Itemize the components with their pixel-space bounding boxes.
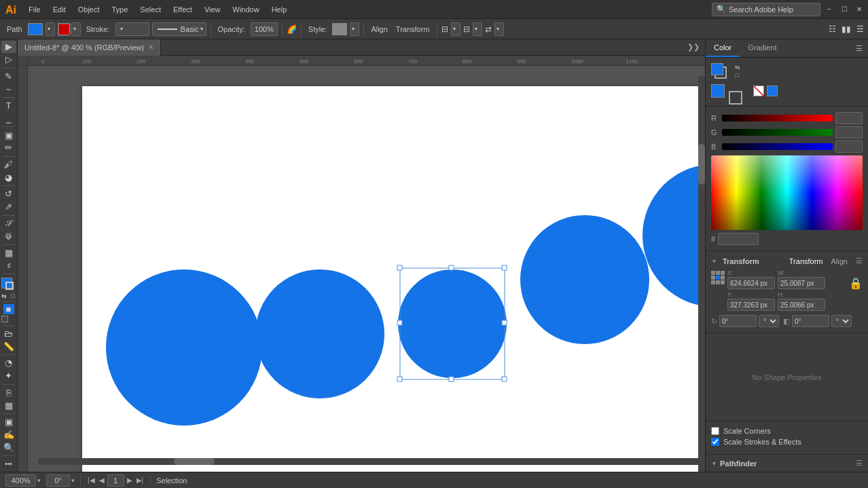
default-fill-stroke-btn[interactable]: □	[735, 72, 740, 79]
g-input[interactable]	[835, 126, 863, 138]
recolor-icon[interactable]: 🌈	[287, 24, 297, 34]
document-tab[interactable]: Untitled-8* @ 400 % (RGB/Preview) ✕	[18, 39, 161, 56]
pathfinder-menu-icon[interactable]: ☰	[856, 459, 863, 468]
x-input[interactable]	[727, 277, 775, 289]
color-mode-btn[interactable]: ■	[3, 304, 14, 314]
panel-icons[interactable]: ☷	[829, 24, 836, 34]
active-fill-swatch[interactable]	[711, 84, 725, 98]
stroke-style-dropdown[interactable]: Basic ▾	[152, 22, 206, 36]
rotation-unit-dd[interactable]: °	[759, 315, 779, 327]
swap-fill-stroke-btn[interactable]: ⇆	[735, 64, 740, 71]
stroke-x-icon[interactable]	[58, 23, 70, 35]
circle-1[interactable]	[106, 269, 262, 426]
canvas-work[interactable]	[28, 66, 705, 472]
blob-brush-tool[interactable]: ◕	[1, 171, 16, 183]
angle-dropdown-arrow[interactable]: ▾	[71, 477, 75, 484]
zoom-input[interactable]	[5, 474, 36, 487]
close-button[interactable]: ✕	[854, 5, 864, 14]
panel-collapse-btn[interactable]: ❯❯	[682, 43, 705, 52]
eyedropper-tool[interactable]: 🗁	[1, 328, 16, 340]
page-input[interactable]	[107, 474, 124, 487]
free-transform-tool[interactable]: ▦	[1, 247, 16, 259]
circle-4[interactable]	[520, 215, 649, 344]
sel-handle-tr[interactable]	[502, 265, 507, 270]
canvas-scroll[interactable]: // Rendered via inline SVG static ticks …	[18, 56, 705, 472]
stroke-weight-dropdown[interactable]: ▾	[115, 22, 149, 36]
b-slider[interactable]	[722, 143, 833, 150]
canvas-paper[interactable]	[82, 86, 705, 472]
hex-input[interactable]	[718, 233, 759, 245]
align-h-dropdown[interactable]: ▾	[451, 22, 460, 36]
active-stroke-swatch[interactable]	[729, 91, 742, 105]
minimize-button[interactable]: −	[825, 5, 834, 14]
sel-handle-br[interactable]	[502, 377, 507, 381]
align-h-icon[interactable]: ⊟	[441, 24, 448, 34]
rotation-input[interactable]	[719, 315, 757, 327]
pathfinder-collapse-icon[interactable]: ▼	[711, 460, 717, 467]
pen-tool[interactable]: ✎	[1, 70, 16, 82]
b-input[interactable]	[835, 140, 863, 153]
slice-tool[interactable]: ▣	[1, 416, 16, 428]
prev-page-btn[interactable]: ◀	[98, 476, 106, 484]
r-slider[interactable]	[722, 115, 833, 121]
none-box[interactable]	[9, 316, 16, 322]
scale-corners-checkbox[interactable]	[711, 427, 719, 435]
search-box[interactable]: 🔍	[712, 3, 820, 16]
angle-input[interactable]	[46, 474, 70, 487]
w-input[interactable]	[778, 277, 825, 289]
style-dropdown[interactable]: ▾	[350, 22, 359, 36]
shape-builder-tool[interactable]: ♯	[1, 260, 16, 272]
shear-input[interactable]	[792, 315, 829, 327]
search-input[interactable]	[729, 5, 817, 14]
opacity-input[interactable]	[251, 22, 278, 36]
fill-color-swatch[interactable]	[28, 23, 43, 35]
r-input[interactable]	[835, 112, 863, 124]
scale-strokes-checkbox[interactable]	[711, 438, 719, 446]
gradient-box[interactable]	[1, 316, 8, 322]
distribute-dropdown[interactable]: ▾	[494, 22, 504, 36]
swap-fill-stroke[interactable]: ⇆	[1, 292, 8, 299]
stroke-dropdown[interactable]: ▾	[71, 22, 81, 36]
sel-handle-ml[interactable]	[397, 320, 402, 325]
scale-tool[interactable]: ⇗	[1, 201, 16, 213]
measure-tool[interactable]: 📏	[1, 340, 16, 352]
transform-origin-grid[interactable]	[711, 271, 725, 284]
sel-handle-tm[interactable]	[449, 265, 454, 270]
transform-collapse-icon[interactable]: ▼	[711, 258, 717, 265]
transform-tab[interactable]: Transform	[786, 257, 826, 265]
constrain-proportions-btn[interactable]: 🔒	[849, 269, 863, 297]
menu-effect[interactable]: Effect	[168, 4, 198, 15]
color-spectrum[interactable]	[711, 155, 863, 230]
fill-dropdown[interactable]: ▾	[46, 22, 55, 36]
panel-cols-icon[interactable]: ▮▮	[842, 24, 851, 34]
next-page-btn[interactable]: ▶	[126, 476, 134, 484]
sel-handle-bm[interactable]	[449, 377, 454, 381]
h-input[interactable]	[778, 299, 825, 311]
tab-color[interactable]: Color	[706, 39, 740, 57]
y-input[interactable]	[727, 299, 775, 311]
transform-btn[interactable]: Transform	[393, 24, 433, 35]
hand-tool[interactable]: ✍	[1, 429, 16, 441]
rotate-tool[interactable]: ↺	[1, 188, 16, 200]
warp-tool[interactable]: 𝒮	[1, 217, 16, 229]
artwork-svg[interactable]	[82, 86, 705, 472]
menu-object[interactable]: Object	[73, 4, 105, 15]
horizontal-scrollbar[interactable]	[38, 458, 705, 465]
menu-file[interactable]: File	[23, 4, 46, 15]
tab-gradient[interactable]: Gradient	[740, 39, 784, 57]
align-v-icon[interactable]: ⊟	[463, 24, 470, 34]
panel-menu-icon[interactable]: ☰	[856, 24, 864, 34]
panel-fill-box[interactable]	[711, 63, 723, 75]
circle-5[interactable]	[643, 164, 705, 307]
menu-select[interactable]: Select	[134, 4, 166, 15]
curvature-tool[interactable]: ~	[1, 83, 16, 95]
transform-menu-icon[interactable]: ☰	[856, 257, 863, 265]
sel-handle-mr[interactable]	[502, 320, 507, 325]
menu-view[interactable]: View	[199, 4, 226, 15]
menu-help[interactable]: Help	[266, 4, 293, 15]
pencil-tool[interactable]: ✏	[1, 142, 16, 154]
line-tool[interactable]: ⎯	[1, 113, 16, 125]
maximize-button[interactable]: ☐	[839, 5, 849, 14]
column-graph-tool[interactable]: ⎘	[1, 386, 16, 398]
align-v-dropdown[interactable]: ▾	[473, 22, 482, 36]
